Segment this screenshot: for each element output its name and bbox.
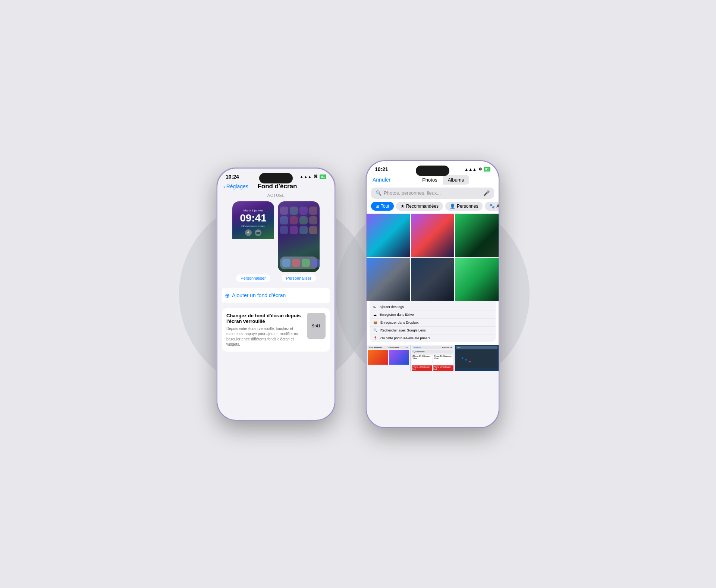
strip-cell-1: Tout déselect. 5 éléments OK	[367, 345, 410, 371]
filter-personnes-label: Personnes	[457, 204, 478, 209]
search-bar[interactable]: 🔍 Photos, personnes, lieux... 🎤	[371, 188, 494, 199]
strip-thumb-1a	[368, 350, 388, 365]
map-dot-2	[465, 359, 467, 361]
lock-camera-icon: 📷	[255, 229, 261, 236]
dock-app-1	[282, 259, 291, 267]
filter-tout[interactable]: ⊞ Tout	[371, 202, 394, 211]
home-app-grid	[280, 205, 317, 236]
lock-screen-thumb-wrap: Mardi 9 janvier 09:41 21° Avertissement …	[232, 201, 274, 282]
photo-cell-1[interactable]	[367, 214, 410, 257]
plus-circle-icon: ⊕	[225, 292, 230, 299]
phone1: 10:24 ▲▲▲ ⌘ 81 ‹ Réglages Fond d'écran	[216, 167, 336, 421]
filter-tout-label: Tout	[381, 204, 389, 209]
strip-count-1: 5 éléments	[388, 346, 399, 349]
filter-recommandees[interactable]: ★ Recommandées	[396, 202, 443, 211]
search-icon-2: 🔍	[412, 350, 415, 353]
photo-cell-5[interactable]	[411, 258, 455, 301]
photo-cell-3[interactable]	[455, 214, 499, 257]
info-card-preview: 9:41	[307, 313, 326, 339]
status-icons-1: ▲▲▲ ⌘ 81	[299, 174, 326, 179]
strip-map-3	[456, 350, 497, 368]
status-time-1: 10:24	[226, 174, 239, 180]
home-app-2	[290, 207, 298, 215]
phone2-wrap: 10:21 ▲▲▲ ⊛ 81 Annuler Photos Albums	[365, 160, 500, 428]
location-icon: 📍	[373, 336, 377, 340]
filter-animaux[interactable]: 🐾 A	[485, 202, 499, 211]
strip-thumbs-1	[368, 350, 409, 365]
dock-app-4	[311, 259, 320, 267]
share-sheet: 5 images	[367, 301, 499, 345]
home-screen-preview	[278, 201, 320, 272]
strip-ok-1[interactable]: OK	[405, 346, 408, 349]
home-app-4	[309, 207, 317, 215]
info-card-desc: Depuis votre écran verrouillé, touchez e…	[226, 326, 303, 347]
bottom-strip: Tout déselect. 5 éléments OK ‹ R	[367, 345, 499, 371]
filter-recommandees-label: Recommandées	[406, 204, 439, 209]
battery-icon-2: 81	[484, 167, 490, 172]
share-actions-list: ⬜Copier 🖨Imprimer ⬇Enregistrer 5 images …	[370, 301, 496, 342]
personaliser-btn-1[interactable]: Personnaliser	[236, 274, 270, 282]
home-app-3	[299, 207, 308, 215]
strip-search-2: 🔍 Recherche	[412, 350, 453, 353]
grid-icon: ⊞	[376, 204, 379, 209]
personaliser-btn-2[interactable]: Personnaliser	[282, 274, 315, 282]
action-tags[interactable]: 🏷Ajouter des tags	[370, 303, 496, 311]
lock-screen-thumb[interactable]: Mardi 9 janvier 09:41 21° Avertissement …	[232, 201, 274, 272]
photo-cell-4[interactable]	[367, 258, 410, 301]
signal-icon: ▲▲▲	[299, 174, 312, 179]
photo-cell-6[interactable]	[455, 258, 499, 301]
strip-back-2[interactable]: ‹ Retour	[413, 346, 421, 349]
dock-app-3	[302, 259, 310, 267]
info-card-text: Changez de fond d'écran depuis l'écran v…	[226, 313, 303, 347]
phone1-wrap: 10:24 ▲▲▲ ⌘ 81 ‹ Réglages Fond d'écran	[216, 167, 336, 421]
chevron-left-icon: ‹	[223, 183, 225, 189]
phone2-screen: 10:21 ▲▲▲ ⊛ 81 Annuler Photos Albums	[367, 161, 499, 427]
strip-cell-2: ‹ Retour iPhone 14 🔍 Recherche iPhone-14…	[411, 345, 454, 371]
home-app-8	[309, 216, 317, 224]
person-icon: 👤	[450, 204, 455, 209]
paw-icon: 🐾	[489, 204, 495, 209]
search-placeholder: Photos, personnes, lieux...	[384, 190, 441, 196]
battery-icon: 81	[320, 174, 326, 179]
strip-header-1: Tout déselect. 5 éléments OK	[368, 346, 409, 349]
tag-icon: 🏷	[373, 305, 377, 309]
cloud-icon: ☁	[373, 313, 377, 317]
status-icons-2: ▲▲▲ ⊛ 81	[464, 167, 490, 172]
home-app-7	[299, 216, 308, 224]
home-app-9	[280, 226, 288, 234]
home-screen-thumb[interactable]	[278, 201, 320, 272]
photo-grid	[367, 214, 499, 301]
status-time-2: 10:21	[375, 166, 388, 172]
action-dropbox[interactable]: 📦Enregistrer dans Dropbox	[370, 319, 496, 327]
photo-cell-2[interactable]	[411, 214, 455, 257]
dock-app-2	[292, 259, 300, 267]
page-title-1: Fond d'écran	[248, 183, 306, 190]
home-app-10	[290, 226, 298, 234]
scene: 10:24 ▲▲▲ ⌘ 81 ‹ Réglages Fond d'écran	[134, 160, 582, 428]
wifi-icon-2: ⊛	[478, 167, 482, 172]
wallpaper-previews: Mardi 9 janvier 09:41 21° Avertissement …	[222, 201, 330, 282]
add-wallpaper-btn[interactable]: ⊕ Ajouter un fond d'écran	[222, 287, 330, 304]
strip-file-3: iPhone-14-Wallpaper-Red	[412, 365, 432, 371]
wallpaper-screen: ACTUEL Mardi 9 janvier 09:41 21° Avertis…	[217, 193, 335, 352]
filter-personnes[interactable]: 👤 Personnes	[445, 202, 483, 211]
strip-file-1: iPhone-14-Wallpaper-White	[412, 354, 432, 365]
dynamic-island-1	[259, 173, 293, 183]
action-localisation[interactable]: 📍Où cette photo a-t-elle été prise ?	[370, 334, 496, 342]
home-app-5	[280, 216, 288, 224]
lock-icons: ⚡ 📷	[245, 229, 261, 236]
action-idrive[interactable]: ☁Enregistrer dans iDrive	[370, 311, 496, 319]
strip-thumb-1b	[389, 350, 409, 365]
back-button[interactable]: ‹ Réglages	[223, 183, 248, 189]
tab-photos[interactable]: Photos	[417, 175, 442, 185]
action-google-lens-label: Rechercher avec Google Lens	[380, 328, 426, 332]
cancel-button[interactable]: Annuler	[373, 177, 390, 183]
tab-albums[interactable]: Albums	[443, 175, 469, 185]
phone1-screen: 10:24 ▲▲▲ ⌘ 81 ‹ Réglages Fond d'écran	[217, 169, 335, 420]
lock-time: 09:41	[240, 212, 267, 224]
home-app-6	[290, 216, 298, 224]
action-google-lens[interactable]: 🔍Rechercher avec Google Lens	[370, 327, 496, 334]
lens-icon: 🔍	[373, 328, 377, 332]
star-icon: ★	[401, 204, 405, 209]
map-dot-1	[462, 357, 463, 359]
